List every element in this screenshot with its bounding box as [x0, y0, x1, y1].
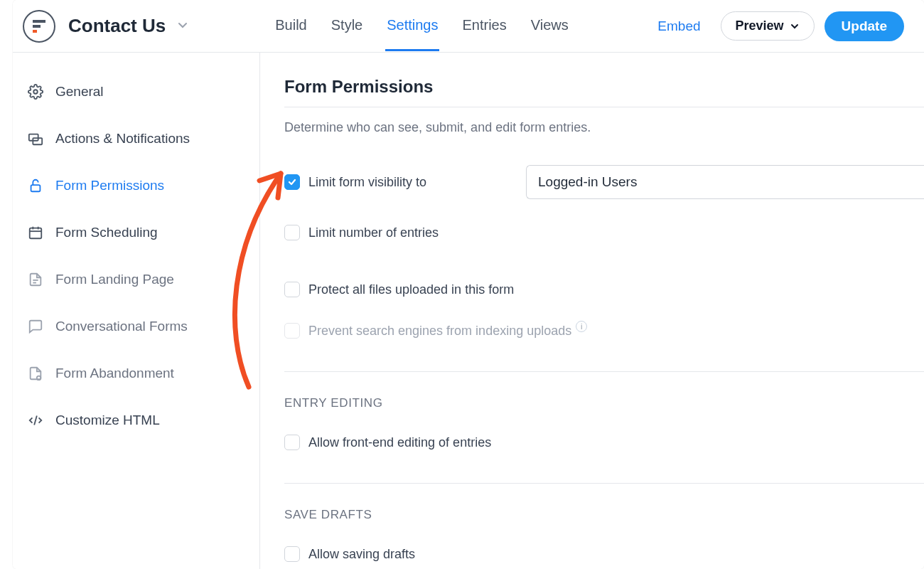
- label-limit-visibility: Limit form visibility to: [308, 175, 426, 190]
- label-protect-files: Protect all files uploaded in this form: [308, 282, 514, 297]
- sidebar-item-general[interactable]: General: [13, 68, 259, 115]
- tab-style[interactable]: Style: [330, 1, 364, 51]
- sidebar-label: Form Scheduling: [55, 225, 158, 240]
- sidebar-label: Conversational Forms: [55, 319, 188, 334]
- tab-settings[interactable]: Settings: [385, 1, 439, 51]
- tab-views[interactable]: Views: [530, 1, 570, 51]
- checkbox-prevent-indexing: [284, 323, 300, 339]
- checkbox-allow-saving-drafts[interactable]: [284, 546, 300, 562]
- page-title: Form Permissions: [284, 77, 924, 107]
- section-entry-editing: ENTRY EDITING: [284, 372, 924, 429]
- row-allow-front-edit: Allow front-end editing of entries: [284, 429, 924, 474]
- info-icon[interactable]: i: [576, 321, 587, 332]
- checkbox-limit-visibility[interactable]: [284, 174, 300, 190]
- row-prevent-indexing: Prevent search engines from indexing upl…: [284, 317, 924, 363]
- svg-rect-7: [30, 228, 42, 239]
- sidebar-item-customize-html[interactable]: Customize HTML: [13, 397, 259, 444]
- checkbox-protect-files[interactable]: [284, 282, 300, 297]
- sidebar-item-abandonment[interactable]: Form Abandonment: [13, 350, 259, 397]
- row-limit-visibility: Limit form visibility to Logged-in Users: [284, 159, 924, 219]
- sidebar-label: Actions & Notifications: [55, 131, 190, 147]
- calendar-icon: [27, 225, 44, 240]
- svg-point-3: [33, 90, 38, 94]
- sidebar-item-conversational[interactable]: Conversational Forms: [13, 303, 259, 350]
- row-limit-entries: Limit number of entries: [284, 219, 924, 260]
- chat-icon: [27, 319, 44, 334]
- label-limit-entries: Limit number of entries: [308, 225, 439, 240]
- svg-rect-2: [33, 30, 37, 33]
- code-icon: [27, 413, 44, 428]
- sidebar-label: Form Permissions: [55, 178, 164, 193]
- row-allow-saving-drafts: Allow saving drafts: [284, 541, 924, 569]
- sidebar-label: Customize HTML: [55, 413, 160, 428]
- sidebar: General Actions & Notifications Form Per…: [13, 53, 260, 569]
- tab-entries[interactable]: Entries: [461, 1, 507, 51]
- checkbox-limit-entries[interactable]: [284, 225, 300, 240]
- label-allow-saving-drafts: Allow saving drafts: [308, 547, 415, 562]
- form-title[interactable]: Contact Us: [68, 15, 166, 37]
- checkbox-allow-front-edit[interactable]: [284, 435, 300, 450]
- visibility-select[interactable]: Logged-in Users: [526, 165, 924, 199]
- logo-icon: [23, 10, 55, 43]
- svg-rect-6: [31, 185, 41, 191]
- page-subtitle: Determine who can see, submit, and edit …: [284, 107, 924, 159]
- sidebar-label: Form Abandonment: [55, 366, 174, 381]
- svg-line-17: [34, 416, 37, 425]
- main-panel: Form Permissions Determine who can see, …: [260, 53, 924, 569]
- svg-rect-0: [33, 20, 45, 23]
- page-icon: [27, 272, 44, 287]
- topbar: Contact Us Build Style Settings Entries …: [13, 0, 924, 53]
- label-allow-front-edit: Allow front-end editing of entries: [308, 435, 491, 450]
- svg-point-16: [37, 376, 41, 381]
- section-save-drafts: SAVE DRAFTS: [284, 484, 924, 541]
- svg-rect-1: [33, 25, 41, 28]
- row-protect-files: Protect all files uploaded in this form: [284, 276, 924, 317]
- chevron-down-icon: [790, 21, 800, 31]
- abandonment-icon: [27, 366, 44, 381]
- gear-icon: [27, 84, 44, 100]
- visibility-value: Logged-in Users: [538, 174, 637, 189]
- preview-button[interactable]: Preview: [721, 11, 815, 41]
- main-tabs: Build Style Settings Entries Views: [274, 1, 569, 51]
- lock-icon: [27, 178, 44, 193]
- chevron-down-icon[interactable]: [177, 19, 188, 33]
- sidebar-item-permissions[interactable]: Form Permissions: [13, 162, 259, 209]
- sidebar-item-scheduling[interactable]: Form Scheduling: [13, 209, 259, 256]
- sidebar-item-landing[interactable]: Form Landing Page: [13, 256, 259, 303]
- label-prevent-indexing: Prevent search engines from indexing upl…: [308, 324, 571, 339]
- update-button[interactable]: Update: [824, 11, 904, 41]
- actions-icon: [27, 131, 44, 147]
- embed-link[interactable]: Embed: [657, 18, 700, 34]
- sidebar-item-actions[interactable]: Actions & Notifications: [13, 115, 259, 162]
- tab-build[interactable]: Build: [274, 1, 308, 51]
- preview-label: Preview: [736, 18, 784, 33]
- sidebar-label: General: [55, 84, 104, 100]
- sidebar-label: Form Landing Page: [55, 272, 174, 287]
